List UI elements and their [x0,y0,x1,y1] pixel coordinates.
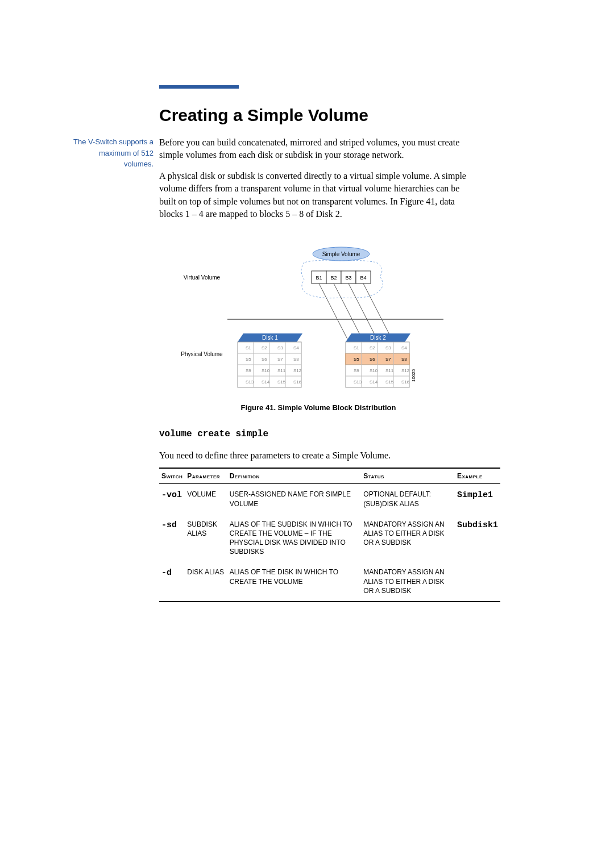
svg-text:S10: S10 [262,368,270,373]
table-row: -vol VOLUME USER-ASSIGNED NAME FOR SIMPL… [159,484,500,514]
svg-text:S1: S1 [354,345,359,350]
svg-text:S7: S7 [277,357,283,362]
figure-diagram: Virtual Volume Simple Volume B1 B2 B3 B4 [159,245,478,412]
svg-text:S5: S5 [246,357,251,362]
svg-text:S2: S2 [262,345,267,350]
disk1-label: Disk 1 [262,335,278,341]
svg-text:S4: S4 [293,345,299,350]
svg-text:S2: S2 [370,345,375,350]
page: Creating a Simple Volume The V-Switch su… [0,0,614,868]
margin-note: The V-Switch supports a maximum of 512 v… [68,136,159,170]
svg-text:S15: S15 [277,379,286,385]
cell-example: Simple1 [455,484,500,514]
body-text: Before you can build concatenated, mirro… [159,136,478,228]
svg-text:S4: S4 [401,345,407,350]
svg-text:S9: S9 [354,368,359,373]
page-title: Creating a Simple Volume [159,106,557,125]
col-switch: Switch [159,468,185,484]
block-b4: B4 [360,275,366,281]
cell-param: DISK ALIAS [185,562,227,602]
svg-text:S8: S8 [293,357,299,362]
table-row: -d DISK ALIAS ALIAS OF THE DISK IN WHICH… [159,562,500,602]
svg-text:S6: S6 [262,357,267,362]
svg-text:S3: S3 [277,345,283,350]
block-b3: B3 [345,275,351,281]
physical-volume-label: Physical Volume [181,351,223,357]
cell-example [455,562,500,602]
svg-text:S6: S6 [370,357,375,362]
table-header-row: Switch Parameter Definition Status Examp… [159,468,500,484]
figure-id: 10025 [411,369,416,382]
svg-text:S8: S8 [401,357,407,362]
svg-text:S11: S11 [277,368,286,373]
intro-row: The V-Switch supports a maximum of 512 v… [68,136,557,228]
block-b1: B1 [316,275,322,281]
simple-volume-label: Simple Volume [322,251,360,257]
svg-text:S9: S9 [246,368,251,373]
svg-text:S16: S16 [293,379,302,385]
cell-switch: -vol [159,484,185,514]
cell-status: OPTIONAL DEFAULT: (SUB)DISK ALIAS [361,484,455,514]
cell-switch: -d [159,562,185,602]
cell-param: SUBDISK ALIAS [185,514,227,562]
paragraph-1: Before you can build concatenated, mirro… [159,136,478,162]
cell-example: Subdisk1 [455,514,500,562]
svg-text:S12: S12 [293,368,302,373]
table-row: -sd SUBDISK ALIAS ALIAS OF THE SUBDISK I… [159,514,500,562]
cell-def: ALIAS OF THE SUBDISK IN WHICH TO CREATE … [227,514,362,562]
disk1-grid: S1S2S3S4 S5S6S7S8 S9S10S11S12 S13S14S15S… [238,342,302,387]
disk2-grid: S1S2S3S4 S5S6S7S8 S9S10S11S12 S13S14S15S… [346,342,410,387]
col-example: Example [455,468,500,484]
svg-text:S5: S5 [354,357,359,362]
cell-param: VOLUME [185,484,227,514]
svg-text:S15: S15 [385,379,394,385]
svg-text:S10: S10 [370,368,378,373]
svg-text:S13: S13 [246,379,254,385]
cell-def: USER-ASSIGNED NAME FOR SIMPLE VOLUME [227,484,362,514]
cell-status: MANDATORY ASSIGN AN ALIAS TO EITHER A DI… [361,562,455,602]
svg-text:S7: S7 [385,357,391,362]
cell-def: ALIAS OF THE DISK IN WHICH TO CREATE THE… [227,562,362,602]
svg-text:S16: S16 [401,379,410,385]
simple-volume-diagram: Virtual Volume Simple Volume B1 B2 B3 B4 [171,245,466,393]
col-status: Status [361,468,455,484]
svg-text:S3: S3 [385,345,391,350]
cell-switch: -sd [159,514,185,562]
col-definition: Definition [227,468,362,484]
col-parameter: Parameter [185,468,227,484]
command-text: volume create simple [159,429,557,439]
parameter-table: Switch Parameter Definition Status Examp… [159,468,500,602]
svg-text:S12: S12 [401,368,410,373]
svg-text:S1: S1 [246,345,251,350]
block-b2: B2 [330,275,337,281]
svg-text:S13: S13 [354,379,362,385]
virtual-volume-label: Virtual Volume [184,274,221,281]
cell-status: MANDATORY ASSIGN AN ALIAS TO EITHER A DI… [361,514,455,562]
disk2-label: Disk 2 [370,335,386,341]
accent-bar [159,85,239,89]
figure-caption: Figure 41. Simple Volume Block Distribut… [159,403,478,412]
virtual-block-row: B1 B2 B3 B4 [312,271,371,283]
svg-text:S11: S11 [385,368,394,373]
svg-text:S14: S14 [370,379,378,385]
svg-text:S14: S14 [262,379,270,385]
paragraph-2: A physical disk or subdisk is converted … [159,170,478,221]
table-lead-in: You need to define three parameters to c… [159,450,557,461]
